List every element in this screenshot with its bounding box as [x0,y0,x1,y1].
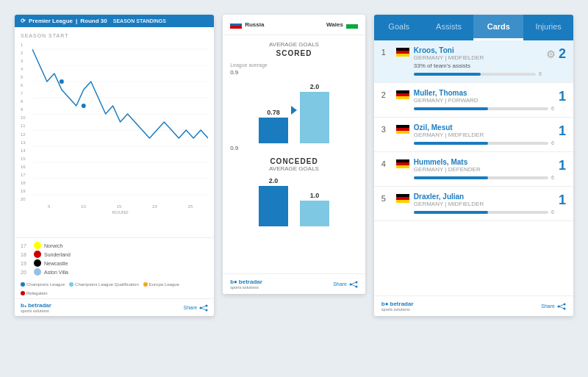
stats-body: 1 Kroos, Toni GERMANY | MIDFIELDER 33% o… [374,40,573,295]
champions-dot [21,282,25,287]
card2-share-row: b● betradar sports solutions Share [223,273,365,294]
player-meta-4: GERMANY | DEFENDER [414,166,554,173]
progress-fill-2 [414,107,488,110]
player-name-4: Hummels, Mats [414,158,554,166]
player-meta-3: GERMANY | MIDFIELDER [414,132,554,138]
share-button-1[interactable]: Share [183,304,208,312]
svg-line-21 [351,284,356,287]
progress-bar-2 [414,107,548,110]
russia-flag-icon [230,21,242,29]
table-row: 4 Hummels, Mats GERMANY | DEFENDER 6 [374,152,573,187]
player-meta-2: GERMANY | FORWARD [414,97,554,104]
season-standings-card: ⟳ Premier League | Round 30 SEASON STAND… [15,15,214,316]
goals-header: Russia Wales [223,15,365,35]
player-meta-5: GERMANY | MIDFIELDER [414,201,554,207]
table-row: 2 Muller, Thomas GERMANY | FORWARD 6 [374,83,573,118]
share-icon-3 [557,303,566,310]
progress-max-3: 6 [551,140,554,146]
player-info-2: Muller, Thomas GERMANY | FORWARD 6 [414,89,554,111]
rank-4: 4 [381,158,392,168]
player-name-2: Muller, Thomas [414,89,554,97]
stats-tabs: Goals Assists Cards Injuries [374,15,573,40]
assist-percent-1: 33% of team's assists [414,62,542,69]
card-header: ⟳ Premier League | Round 30 SEASON STAND… [15,15,214,27]
rank-1: 1 [381,46,392,57]
germany-flag-1 [396,48,409,57]
score-5: 1 [559,193,566,208]
conceded-avg-label: CONCEDED AVERAGE GOALS [269,157,319,172]
bar-wales-scored: 2.0 [300,77,329,143]
list-item: 19 Newcastle [21,259,208,268]
sunderland-icon [34,251,41,258]
progress-row-1: 6 [414,71,542,76]
player-meta-1: GERMANY | MIDFIELDER [414,54,542,61]
right-arrow-icon [291,106,297,115]
progress-fill-1 [414,73,481,76]
germany-flag-2 [396,90,409,99]
card1-share-row: b● betradar sports solutions Share [15,298,214,316]
conceded-bar-group: 2.0 1.0 [230,175,358,226]
progress-fill-3 [414,142,488,145]
svg-point-11 [82,104,86,108]
progress-max-2: 6 [551,106,554,111]
relegation-dot [21,291,25,295]
score-4: 1 [559,158,566,173]
legend-row: Champions League Champions League Qualif… [15,279,214,298]
league-label: Premier League [29,18,73,24]
score-1: ⚙ 2 [546,46,566,62]
tab-goals[interactable]: Goals [374,15,424,40]
league-val-top: 0.9 [230,69,358,76]
league-avg-label-top: League average [230,62,268,68]
betradar-logo-2: b● betradar sports solutions [230,279,262,290]
rank-2: 2 [381,89,392,99]
betradar-logo-3: b● betradar sports solutions [381,301,414,312]
svg-point-10 [60,79,64,84]
season-body: SEASON START 1 2 3 4 5 6 7 8 9 10 11 12 … [15,27,214,237]
main-container: ⟳ Premier League | Round 30 SEASON STAND… [0,0,588,377]
progress-row-2: 6 [414,106,554,111]
share-icon-1 [199,304,208,312]
aston-icon [34,268,41,276]
progress-max-4: 6 [551,175,554,180]
germany-flag-5 [396,194,409,203]
europa-dot [143,282,148,287]
wales-flag-icon [346,21,358,29]
share-button-3[interactable]: Share [541,303,566,310]
player-name-3: Ozil, Mesut [414,123,554,132]
legend-relegation: Relegation [21,291,48,295]
legend-champions: Champions League [21,282,65,287]
line-chart-svg [32,41,208,203]
x-axis: 5 10 15 20 25 [32,204,208,209]
rank-3: 3 [381,123,392,134]
player-info-1: Kroos, Toni GERMANY | MIDFIELDER 33% of … [414,46,542,76]
player-info-5: Draxler, Julian GERMANY | MIDFIELDER 6 [414,193,554,215]
progress-row-5: 6 [414,209,554,215]
team1-flag: Russia [230,21,264,29]
round-label-x: ROUND [32,210,208,215]
bar-russia-scored: 0.78 [259,77,288,143]
bottom-teams-list: 17 Norwich 18 Sunderland 19 Newcastle 20… [15,237,214,279]
gear-icon-1: ⚙ [546,49,556,60]
player-name-1: Kroos, Toni [414,46,542,54]
tab-assists[interactable]: Assists [424,15,474,40]
player-name-5: Draxler, Julian [414,193,554,201]
list-item: 18 Sunderland [21,250,208,259]
arrow-separator [291,77,297,143]
russia-scored-bar [259,118,288,143]
svg-line-20 [351,282,356,284]
rank-5: 5 [381,193,392,203]
player-info-3: Ozil, Mesut GERMANY | MIDFIELDER 6 [414,123,554,146]
season-start-label: SEASON START [21,33,208,38]
progress-bar-4 [414,176,548,179]
table-row: 1 Kroos, Toni GERMANY | MIDFIELDER 33% o… [374,40,573,83]
progress-fill-4 [414,176,488,179]
svg-line-25 [559,304,564,306]
share-icon-2 [349,281,358,288]
share-button-2[interactable]: Share [333,281,358,288]
tab-cards[interactable]: Cards [473,15,523,40]
progress-bar-5 [414,211,548,214]
tab-injuries[interactable]: Injuries [523,15,573,40]
list-item: 17 Norwich [21,241,208,250]
goals-comparison-card: Russia Wales AVERAGE GOALS SCORED League… [223,15,365,294]
separator: | [76,18,77,24]
